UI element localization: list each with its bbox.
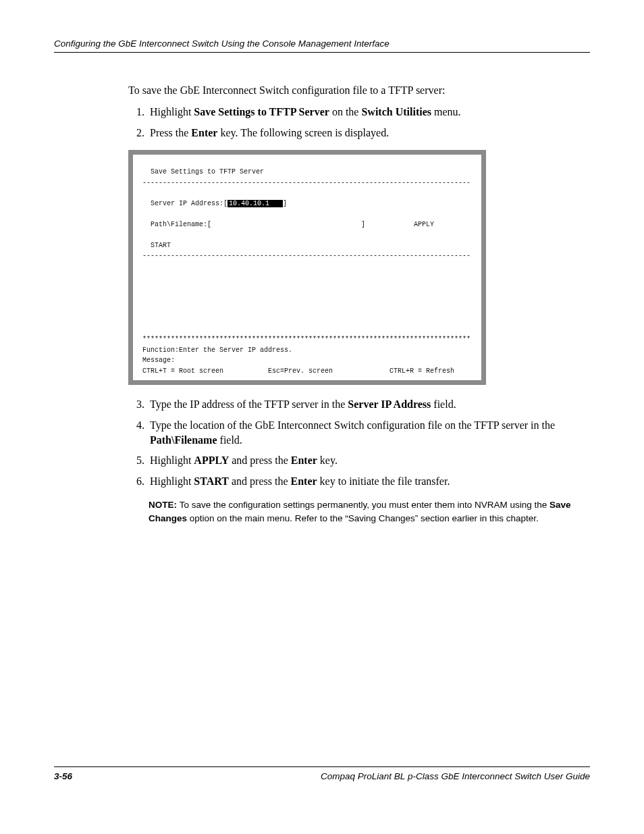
path-label: Path\Filename:[ — [142, 221, 211, 228]
text: Type the IP address of the TFTP server i… — [150, 398, 348, 410]
step-5: Highlight APPLY and press the Enter key. — [147, 453, 576, 468]
header-title: Configuring the GbE Interconnect Switch … — [54, 38, 390, 49]
text: key. The following screen is displayed. — [217, 127, 389, 138]
text: Highlight — [150, 475, 194, 487]
step-4: Type the location of the GbE Interconnec… — [147, 418, 576, 448]
divider: ----------------------------------------… — [142, 179, 471, 186]
step-3: Type the IP address of the TFTP server i… — [147, 397, 576, 412]
bold-text: APPLY — [194, 454, 229, 466]
text: Type the location of the GbE Interconnec… — [150, 419, 555, 431]
bold-text: Switch Utilities — [361, 106, 431, 118]
path-close: ] — [361, 221, 365, 228]
bold-text: Server IP Address — [348, 398, 431, 410]
apply-option: APPLY — [414, 221, 434, 228]
steps-list-1: Highlight Save Settings to TFTP Server o… — [128, 105, 576, 140]
page-number: 3-56 — [54, 771, 72, 781]
note-block: NOTE: To save the configuration settings… — [149, 498, 576, 525]
bold-text: START — [194, 475, 229, 487]
note-post: option on the main menu. Refer to the “S… — [187, 513, 539, 523]
note-label: NOTE: — [149, 500, 180, 510]
divider: ****************************************… — [142, 336, 471, 343]
function-line: Function:Enter the Server IP address. — [142, 346, 292, 354]
text: key. — [317, 454, 338, 466]
step-6: Highlight START and press the Enter key … — [147, 474, 576, 489]
intro-paragraph: To save the GbE Interconnect Switch conf… — [128, 83, 576, 98]
text: Highlight — [150, 106, 194, 118]
page-footer: 3-56 Compaq ProLiant BL p-Class GbE Inte… — [54, 766, 590, 781]
bold-text: Path\Filename — [150, 434, 217, 446]
help-line: CTRL+T = Root screen Esc=Prev. screen CT… — [142, 367, 454, 375]
screen-title: Save Settings to TFTP Server — [142, 168, 264, 176]
text: field. — [431, 398, 456, 410]
note-pre: To save the configuration settings perma… — [180, 500, 549, 510]
divider: ----------------------------------------… — [142, 252, 471, 259]
text: on the — [329, 106, 362, 118]
bold-text: Enter — [290, 475, 317, 487]
step-2: Press the Enter key. The following scree… — [147, 126, 576, 140]
text: Highlight — [150, 454, 194, 466]
text: Press the — [150, 127, 191, 138]
running-header: Configuring the GbE Interconnect Switch … — [54, 37, 590, 53]
body-content: To save the GbE Interconnect Switch conf… — [128, 83, 576, 525]
text: key to initiate the file transfer. — [317, 475, 450, 487]
guide-title: Compaq ProLiant BL p-Class GbE Interconn… — [321, 771, 590, 781]
message-line: Message: — [142, 357, 175, 364]
bold-text: Enter — [291, 454, 317, 466]
console-screenshot: Save Settings to TFTP Server -----------… — [128, 150, 486, 385]
text: field. — [217, 434, 242, 446]
text: and press the — [229, 475, 291, 487]
bold-text: Enter — [191, 127, 217, 138]
ip-close: ] — [283, 200, 287, 207]
start-option: START — [142, 242, 171, 249]
bold-text: Save Settings to TFTP Server — [194, 106, 329, 118]
ip-value: 10.40.10.1 — [227, 200, 283, 207]
document-page: Configuring the GbE Interconnect Switch … — [0, 0, 644, 834]
ip-label: Server IP Address:[ — [142, 200, 227, 207]
steps-list-2: Type the IP address of the TFTP server i… — [128, 397, 576, 489]
step-1: Highlight Save Settings to TFTP Server o… — [147, 105, 576, 120]
text: and press the — [229, 454, 291, 466]
text: menu. — [431, 106, 461, 118]
